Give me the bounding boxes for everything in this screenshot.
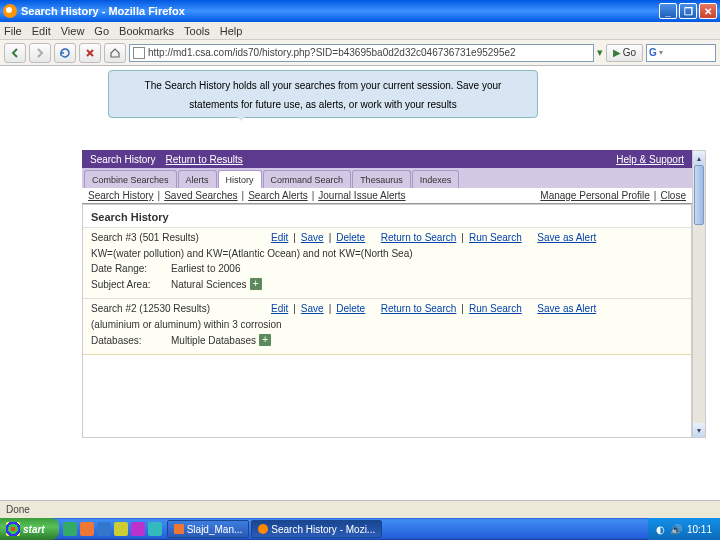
- taskbar-item-2[interactable]: Search History - Mozi...: [251, 520, 382, 538]
- page-icon: [133, 47, 145, 59]
- s2-return[interactable]: Return to Search: [381, 303, 457, 314]
- subnav-close[interactable]: Close: [660, 190, 686, 201]
- reload-button[interactable]: [54, 43, 76, 63]
- ql-icon[interactable]: [80, 522, 94, 536]
- scroll-up-icon[interactable]: ▴: [693, 151, 705, 165]
- tab-thesaurus[interactable]: Thesaurus: [352, 170, 411, 188]
- taskbar: start Slajd_Man... Search History - Mozi…: [0, 518, 720, 540]
- ql-icon[interactable]: [63, 522, 77, 536]
- forward-button[interactable]: [29, 43, 51, 63]
- results-panel: Search History Search #3 (501 Results) E…: [82, 204, 692, 438]
- s2-delete[interactable]: Delete: [336, 303, 365, 314]
- tab-indexes[interactable]: Indexes: [412, 170, 460, 188]
- s3-alert[interactable]: Save as Alert: [537, 232, 596, 243]
- panel-heading: Search History: [83, 205, 691, 228]
- tab-history[interactable]: History: [218, 170, 262, 188]
- menu-edit[interactable]: Edit: [32, 25, 51, 37]
- go-button[interactable]: ▶Go: [606, 44, 643, 62]
- url-text: http://md1.csa.com/ids70/history.php?SID…: [148, 47, 516, 58]
- ql-icon[interactable]: [148, 522, 162, 536]
- s3-return[interactable]: Return to Search: [381, 232, 457, 243]
- menu-file[interactable]: File: [4, 25, 22, 37]
- firefox-icon: [3, 4, 17, 18]
- search-block-3: Search #3 (501 Results) Edit| Save| Dele…: [83, 228, 691, 299]
- quick-launch: [59, 522, 166, 536]
- instruction-callout: The Search History holds all your search…: [108, 70, 538, 118]
- nav-toolbar: http://md1.csa.com/ids70/history.php?SID…: [0, 40, 720, 66]
- scroll-thumb[interactable]: [694, 165, 704, 225]
- ql-icon[interactable]: [114, 522, 128, 536]
- home-button[interactable]: [104, 43, 126, 63]
- s3-edit[interactable]: Edit: [271, 232, 288, 243]
- scroll-down-icon[interactable]: ▾: [693, 423, 705, 437]
- s3-run[interactable]: Run Search: [469, 232, 522, 243]
- s2-query: (aluminium or aluminum) within 3 corrosi…: [91, 319, 282, 330]
- s2-run[interactable]: Run Search: [469, 303, 522, 314]
- menu-help[interactable]: Help: [220, 25, 243, 37]
- s3-delete[interactable]: Delete: [336, 232, 365, 243]
- subnav-search-history[interactable]: Search History: [88, 190, 154, 201]
- header-title: Search History: [90, 154, 156, 165]
- window-titlebar: Search History - Mozilla Firefox _ ❐ ✕: [0, 0, 720, 22]
- window-title: Search History - Mozilla Firefox: [21, 5, 659, 17]
- tray-icon[interactable]: 🔊: [670, 524, 682, 535]
- menu-bar: File Edit View Go Bookmarks Tools Help: [0, 22, 720, 40]
- app-header-bar: Search History Return to Results Help & …: [82, 150, 692, 168]
- close-button[interactable]: ✕: [699, 3, 717, 19]
- ql-icon[interactable]: [97, 522, 111, 536]
- return-results-link[interactable]: Return to Results: [166, 154, 243, 165]
- minimize-button[interactable]: _: [659, 3, 677, 19]
- s2-save[interactable]: Save: [301, 303, 324, 314]
- stop-button[interactable]: [79, 43, 101, 63]
- help-support-link[interactable]: Help & Support: [616, 154, 684, 165]
- search-name: Search #2 (12530 Results): [91, 303, 271, 314]
- clock: 10:11: [687, 524, 712, 535]
- s2-alert[interactable]: Save as Alert: [537, 303, 596, 314]
- expand-icon[interactable]: +: [250, 278, 262, 290]
- scrollbar[interactable]: ▴ ▾: [692, 150, 706, 438]
- s3-save[interactable]: Save: [301, 232, 324, 243]
- tab-alerts[interactable]: Alerts: [178, 170, 217, 188]
- menu-tools[interactable]: Tools: [184, 25, 210, 37]
- sub-nav: Search History| Saved Searches| Search A…: [82, 188, 692, 204]
- maximize-button[interactable]: ❐: [679, 3, 697, 19]
- menu-go[interactable]: Go: [94, 25, 109, 37]
- status-bar: Done: [0, 500, 720, 518]
- expand-icon[interactable]: +: [259, 334, 271, 346]
- url-bar[interactable]: http://md1.csa.com/ids70/history.php?SID…: [129, 44, 594, 62]
- tray-icon[interactable]: ◐: [656, 524, 665, 535]
- content-area: The Search History holds all your search…: [0, 66, 720, 518]
- tab-combine[interactable]: Combine Searches: [84, 170, 177, 188]
- tab-command[interactable]: Command Search: [263, 170, 352, 188]
- back-button[interactable]: [4, 43, 26, 63]
- s2-edit[interactable]: Edit: [271, 303, 288, 314]
- subnav-manage-profile[interactable]: Manage Personal Profile: [540, 190, 650, 201]
- menu-view[interactable]: View: [61, 25, 85, 37]
- menu-bookmarks[interactable]: Bookmarks: [119, 25, 174, 37]
- s3-query: KW=(water pollution) and KW=(Atlantic Oc…: [91, 248, 413, 259]
- subnav-search-alerts[interactable]: Search Alerts: [248, 190, 307, 201]
- status-text: Done: [6, 504, 30, 515]
- search-name: Search #3 (501 Results): [91, 232, 271, 243]
- ql-icon[interactable]: [131, 522, 145, 536]
- search-block-2: Search #2 (12530 Results) Edit| Save| De…: [83, 299, 691, 355]
- subnav-journal-alerts[interactable]: Journal Issue Alerts: [318, 190, 405, 201]
- subnav-saved-searches[interactable]: Saved Searches: [164, 190, 237, 201]
- start-button[interactable]: start: [0, 518, 59, 540]
- browser-search-box[interactable]: G▾: [646, 44, 716, 62]
- system-tray[interactable]: ◐ 🔊 10:11: [648, 518, 720, 540]
- tabs-row: Combine Searches Alerts History Command …: [82, 168, 692, 188]
- taskbar-item-1[interactable]: Slajd_Man...: [167, 520, 250, 538]
